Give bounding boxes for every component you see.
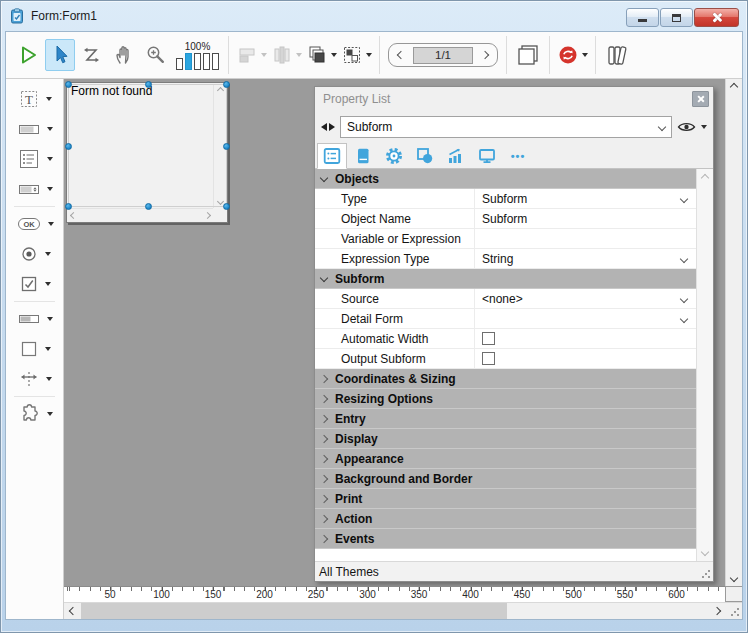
scroll-left-button[interactable]	[64, 603, 81, 619]
zoom-bars-icon[interactable]	[176, 53, 219, 70]
property-value-detail-form[interactable]	[475, 309, 696, 328]
run-button[interactable]	[13, 39, 43, 71]
zoom-bar-active[interactable]	[185, 53, 192, 70]
zoom-bar[interactable]	[176, 58, 183, 70]
selection-handle[interactable]	[223, 81, 230, 88]
section-display[interactable]: Display	[315, 429, 696, 449]
tool-progress-bar[interactable]	[6, 304, 63, 334]
property-value-variable-or-expression[interactable]	[475, 229, 696, 248]
section-entry[interactable]: Entry	[315, 409, 696, 429]
dropdown-arrow-icon[interactable]	[296, 53, 302, 57]
dropdown-arrow-icon[interactable]	[261, 53, 267, 57]
dropdown-arrow-icon[interactable]	[45, 347, 51, 351]
tool-text[interactable]: T	[6, 84, 63, 114]
tab-more[interactable]: •••	[503, 144, 533, 168]
tool-button[interactable]: OK	[6, 209, 63, 239]
dropdown-arrow-icon[interactable]	[366, 53, 372, 57]
horizontal-scroll-thumb[interactable]	[81, 603, 507, 619]
selection-handle[interactable]	[65, 143, 72, 150]
selection-handle[interactable]	[65, 203, 72, 210]
chevron-down-icon[interactable]	[680, 294, 688, 302]
checkbox-output-subform[interactable]	[482, 352, 495, 365]
chevron-down-icon[interactable]	[680, 254, 688, 262]
close-button[interactable]	[694, 8, 739, 27]
dropdown-arrow-icon[interactable]	[47, 412, 53, 416]
zoom-tool-button[interactable]	[141, 39, 171, 71]
object-selector-dropdown[interactable]: Subform	[340, 116, 672, 138]
design-canvas[interactable]: Form not found	[64, 79, 725, 586]
dropdown-arrow-icon[interactable]	[47, 187, 53, 191]
scroll-up-button[interactable]	[726, 79, 742, 95]
arrange-menu-button[interactable]	[305, 39, 338, 71]
zoom-bar[interactable]	[203, 53, 210, 70]
dropdown-arrow-icon[interactable]	[331, 53, 337, 57]
tool-custom-control[interactable]	[6, 399, 63, 429]
next-page-button[interactable]	[473, 44, 497, 66]
section-objects[interactable]: Objects	[315, 169, 696, 189]
scroll-right-button[interactable]	[708, 603, 725, 619]
subform-horizontal-scrollbar[interactable]	[68, 208, 213, 221]
dropdown-arrow-icon[interactable]	[582, 53, 588, 57]
section-subform[interactable]: Subform	[315, 269, 696, 289]
section-appearance[interactable]: Appearance	[315, 449, 696, 469]
visibility-menu-button[interactable]	[677, 120, 707, 134]
section-coordinates-sizing[interactable]: Coordinates & Sizing	[315, 369, 696, 389]
tab-display[interactable]	[472, 144, 502, 168]
resize-grip[interactable]	[701, 569, 711, 579]
selection-handle[interactable]	[145, 203, 152, 210]
tab-design[interactable]	[410, 144, 440, 168]
dropdown-arrow-icon[interactable]	[45, 252, 51, 256]
pan-tool-button[interactable]	[109, 39, 139, 71]
dropdown-arrow-icon[interactable]	[46, 377, 52, 381]
tab-properties[interactable]	[317, 143, 347, 169]
selection-handle[interactable]	[223, 203, 230, 210]
window-resize-corner[interactable]	[725, 603, 742, 619]
preview-refresh-button[interactable]	[556, 39, 589, 71]
zoom-bar[interactable]	[212, 53, 219, 70]
tool-rectangle[interactable]	[6, 334, 63, 364]
horizontal-scroll-track[interactable]	[81, 603, 708, 619]
section-background-and-border[interactable]: Background and Border	[315, 469, 696, 489]
property-value-output-subform[interactable]	[475, 349, 696, 368]
canvas-horizontal-scrollbar[interactable]	[64, 602, 742, 619]
library-button[interactable]	[602, 39, 632, 71]
layers-button[interactable]	[513, 39, 543, 71]
dropdown-arrow-icon[interactable]	[48, 222, 54, 226]
minimize-button[interactable]	[626, 8, 659, 27]
previous-page-button[interactable]	[389, 44, 413, 66]
next-object-button[interactable]	[329, 123, 335, 131]
section-action[interactable]: Action	[315, 509, 696, 529]
selection-handle[interactable]	[145, 81, 152, 88]
selection-handle[interactable]	[223, 143, 230, 150]
edit-points-tool-button[interactable]	[77, 39, 107, 71]
tool-checkbox[interactable]	[6, 269, 63, 299]
chevron-down-icon[interactable]	[680, 194, 688, 202]
subform-object[interactable]: Form not found	[66, 82, 228, 223]
property-value-source[interactable]: <none>	[475, 289, 696, 308]
zoom-bar[interactable]	[194, 53, 201, 70]
scroll-down-button[interactable]	[726, 570, 742, 586]
align-menu-button[interactable]	[235, 39, 268, 71]
distribute-menu-button[interactable]	[270, 39, 303, 71]
maximize-button[interactable]	[660, 8, 693, 27]
previous-object-button[interactable]	[321, 123, 327, 131]
property-value-object-name[interactable]: Subform	[475, 209, 696, 228]
zoom-level-control[interactable]: 100%	[176, 41, 219, 70]
themes-filter-label[interactable]: All Themes	[319, 565, 379, 579]
chevron-down-icon[interactable]	[680, 314, 688, 322]
tab-chart[interactable]	[441, 144, 471, 168]
tool-position[interactable]	[6, 364, 63, 394]
dropdown-arrow-icon[interactable]	[46, 97, 52, 101]
dropdown-arrow-icon[interactable]	[47, 127, 53, 131]
canvas-vertical-scrollbar[interactable]	[725, 79, 742, 586]
select-tool-button[interactable]	[45, 39, 75, 71]
section-events[interactable]: Events	[315, 529, 696, 549]
section-resizing-options[interactable]: Resizing Options	[315, 389, 696, 409]
tool-radio-button[interactable]	[6, 239, 63, 269]
panel-scrollbar[interactable]	[696, 169, 713, 561]
tab-data[interactable]	[348, 144, 378, 168]
selection-mode-button[interactable]	[340, 39, 373, 71]
checkbox-automatic-width[interactable]	[482, 332, 495, 345]
property-value-expression-type[interactable]: String	[475, 249, 696, 268]
tool-spin-edit[interactable]	[6, 174, 63, 204]
